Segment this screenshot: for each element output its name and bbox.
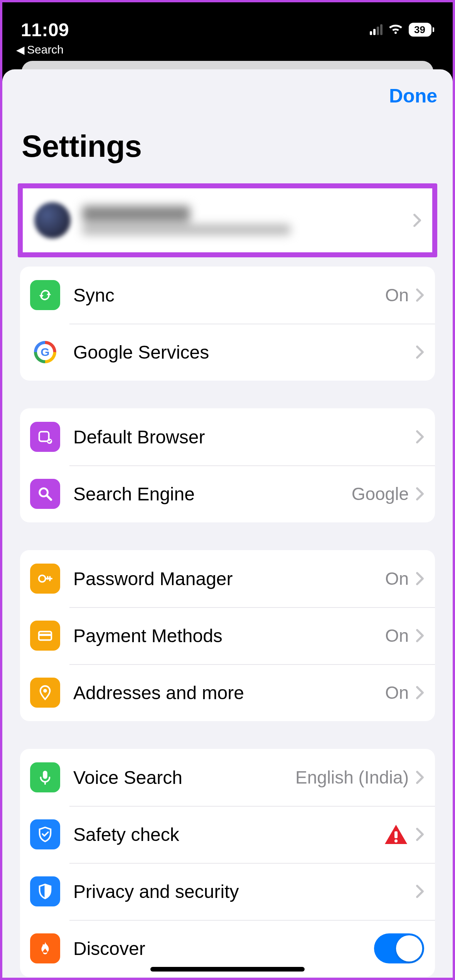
svg-point-10 [394,839,398,842]
microphone-icon [30,762,60,792]
account-row[interactable] [23,188,432,252]
chevron-right-icon [416,288,424,302]
chevron-right-icon [416,686,424,700]
settings-sheet: Done Settings [2,69,453,978]
back-chevron-icon: ◀ [16,44,25,56]
row-label: Voice Search [73,767,295,788]
default-browser-row[interactable]: Default Browser [20,408,435,465]
svg-rect-8 [43,771,47,779]
svg-line-3 [47,496,51,500]
account-redacted [82,206,413,235]
google-icon [34,341,56,363]
row-label: Password Manager [73,568,385,589]
safety-check-row[interactable]: Safety check [20,806,435,863]
row-value: On [385,568,409,589]
row-label: Google Services [73,342,416,363]
avatar [34,202,71,238]
svg-point-4 [39,575,46,582]
row-label: Sync [73,285,385,306]
cellular-icon [370,24,383,35]
discover-toggle[interactable] [374,933,424,963]
search-icon [30,479,60,509]
row-label: Discover [73,938,374,959]
payment-methods-row[interactable]: Payment Methods On [20,607,435,664]
sync-icon [30,280,60,310]
chevron-right-icon [416,629,424,643]
chevron-right-icon [416,572,424,586]
row-value: On [385,682,409,703]
password-manager-row[interactable]: Password Manager On [20,550,435,607]
chevron-right-icon [416,827,424,841]
back-to-search[interactable]: ◀ Search [2,41,453,64]
svg-rect-6 [39,634,52,636]
status-time: 11:09 [21,3,69,40]
row-label: Search Engine [73,483,352,505]
svg-rect-0 [39,432,49,441]
page-title: Settings [2,107,453,183]
warning-icon [384,824,408,845]
account-highlight [18,183,437,257]
row-label: Privacy and security [73,881,416,902]
row-label: Default Browser [73,426,416,448]
addresses-row[interactable]: Addresses and more On [20,664,435,721]
chevron-right-icon [416,884,424,898]
wifi-icon [388,24,403,35]
search-engine-row[interactable]: Search Engine Google [20,465,435,522]
home-indicator[interactable] [150,967,305,972]
shield-icon [30,876,60,906]
row-label: Payment Methods [73,625,385,646]
pin-icon [30,678,60,708]
voice-search-row[interactable]: Voice Search English (India) [20,749,435,806]
chevron-right-icon [416,487,424,501]
privacy-security-row[interactable]: Privacy and security [20,863,435,920]
key-icon [30,564,60,594]
svg-rect-9 [394,831,398,838]
row-value: On [385,625,409,646]
status-bar: 11:09 39 [2,2,453,41]
chevron-right-icon [416,430,424,444]
shield-check-icon [30,819,60,849]
row-label: Safety check [73,824,384,845]
sync-row[interactable]: Sync On [20,267,435,324]
row-value: On [385,285,409,305]
chevron-right-icon [416,345,424,359]
row-label: Addresses and more [73,682,385,703]
row-value: English (India) [295,767,409,788]
credit-card-icon [30,621,60,651]
done-button[interactable]: Done [389,85,437,107]
flame-icon [30,933,60,963]
row-value: Google [352,483,409,504]
back-label: Search [27,43,64,56]
browser-icon [30,422,60,452]
chevron-right-icon [413,213,421,227]
battery-icon: 39 [409,23,431,37]
chevron-right-icon [416,770,424,784]
svg-point-7 [43,689,47,693]
google-services-row[interactable]: Google Services [20,324,435,381]
